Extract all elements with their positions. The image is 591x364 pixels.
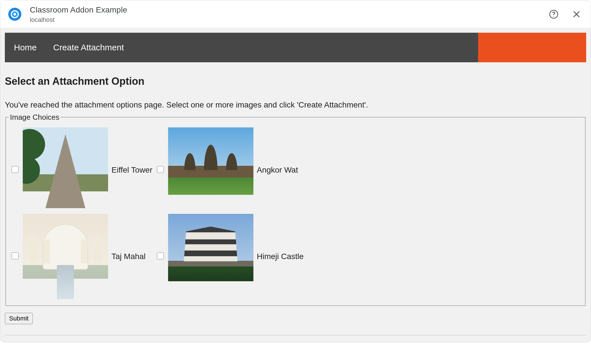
dialog-subtitle: localhost <box>30 16 547 24</box>
addon-logo-icon <box>8 8 21 21</box>
label-taj-mahal: Taj Mahal <box>111 252 146 261</box>
thumbnail-eiffel-tower <box>23 127 108 213</box>
dialog-title: Classroom Addon Example <box>30 5 547 15</box>
image-choices-fieldset: Image Choices Eiffel Tower Angkor Wat <box>5 113 586 306</box>
checkbox-himeji-castle[interactable] <box>157 253 164 259</box>
checkbox-angkor-wat[interactable] <box>157 166 164 173</box>
help-icon[interactable] <box>547 8 560 20</box>
checkbox-eiffel-tower[interactable] <box>12 166 18 173</box>
close-icon[interactable] <box>570 8 583 20</box>
dialog-title-block: Classroom Addon Example localhost <box>30 5 547 24</box>
nav-item-home[interactable]: Home <box>14 43 37 52</box>
dialog-actions <box>547 8 583 20</box>
nav-spacer <box>124 33 478 62</box>
addon-dialog: Classroom Addon Example localhost <box>0 0 591 342</box>
page-title: Select an Attachment Option <box>5 75 586 87</box>
image-choices-table: Eiffel Tower Angkor Wat Taj Mahal <box>9 127 305 300</box>
table-row: Eiffel Tower Angkor Wat <box>9 127 305 213</box>
dialog-header: Classroom Addon Example localhost <box>0 0 591 28</box>
table-row: Taj Mahal Himeji Castle <box>9 213 305 300</box>
nav-links: Home Create Attachment <box>5 33 124 62</box>
label-himeji-castle: Himeji Castle <box>257 252 304 261</box>
svg-point-1 <box>553 16 554 17</box>
top-navbar: Home Create Attachment <box>5 33 586 62</box>
checkbox-taj-mahal[interactable] <box>12 253 18 259</box>
fieldset-legend: Image Choices <box>9 113 60 122</box>
label-eiffel-tower: Eiffel Tower <box>111 166 152 174</box>
nav-item-create-attachment[interactable]: Create Attachment <box>53 43 124 52</box>
thumbnail-taj-mahal <box>23 214 108 299</box>
page-description: You've reached the attachment options pa… <box>5 100 586 109</box>
thumbnail-himeji-castle <box>168 214 253 299</box>
thumbnail-angkor-wat <box>168 127 253 213</box>
nav-accent-block <box>478 33 586 62</box>
addon-iframe-body: Home Create Attachment Select an Attachm… <box>0 28 591 342</box>
label-angkor-wat: Angkor Wat <box>257 166 298 174</box>
submit-button[interactable]: Submit <box>5 313 33 324</box>
horizontal-rule <box>5 335 586 335</box>
viewport: Classroom Addon Example localhost <box>0 0 591 364</box>
